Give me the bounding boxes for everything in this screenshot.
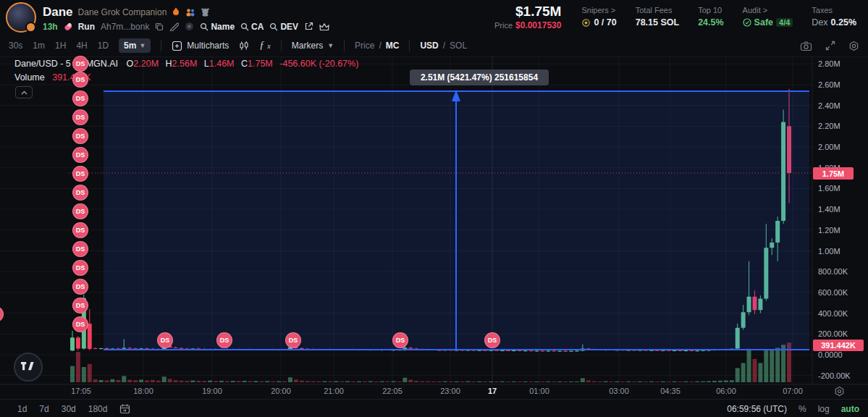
signal-badge[interactable]: DS xyxy=(72,241,88,257)
token-avatar[interactable] xyxy=(6,2,36,33)
search-dev-label: DEV xyxy=(280,22,298,32)
signal-badge[interactable]: DS xyxy=(72,222,88,238)
signal-badge[interactable]: DS xyxy=(72,298,88,313)
search-dev-button[interactable]: DEV xyxy=(269,22,298,32)
open-external-icon[interactable] xyxy=(304,22,313,31)
volume-bar xyxy=(282,382,287,382)
range-7d[interactable]: 7d xyxy=(39,404,49,414)
percent-scale-toggle[interactable]: % xyxy=(799,404,806,414)
chart-settings-gear-icon[interactable] xyxy=(848,41,859,51)
signal-badge[interactable]: DS xyxy=(72,260,88,276)
range-1d[interactable]: 1d xyxy=(17,404,27,414)
time-axis-settings-icon[interactable] xyxy=(834,386,845,397)
volume-bar xyxy=(460,382,465,382)
time-tick-label: 17:05 xyxy=(71,387,91,395)
candle-body xyxy=(529,350,534,351)
collapse-legend-button[interactable] xyxy=(15,86,33,98)
signal-badge[interactable]: DS xyxy=(484,332,500,348)
token-name: Dane xyxy=(43,5,73,20)
price-tick-label: 0.0000 xyxy=(818,350,843,359)
volume-bar xyxy=(116,380,120,382)
stat-audit[interactable]: Audit > Safe4/4 xyxy=(743,4,793,28)
volume-bar xyxy=(219,381,224,382)
range-180d[interactable]: 180d xyxy=(88,404,108,414)
pen-icon[interactable] xyxy=(169,22,179,31)
candle-style-button[interactable] xyxy=(239,41,249,51)
interval-4h[interactable]: 4H xyxy=(76,41,87,51)
volume-bar xyxy=(294,379,298,382)
search-ca-button[interactable]: CA xyxy=(240,22,264,32)
chart-canvas[interactable]: 2.80M2.60M2.40M2.20M2.00M1.80M1.60M1.40M… xyxy=(0,56,868,399)
signal-badge[interactable]: DS xyxy=(72,72,88,88)
interval-30s[interactable]: 30s xyxy=(9,41,22,51)
markers-button[interactable]: Markers▼ xyxy=(292,41,334,51)
bottom-bar: 1d 7d 30d 180d 06:59:56 (UTC) % log auto xyxy=(0,399,868,417)
signal-badge[interactable]: DS xyxy=(72,109,88,125)
search-name-button[interactable]: Name xyxy=(200,22,235,32)
volume-bar xyxy=(179,381,183,382)
volume-bar xyxy=(626,382,631,382)
multicharts-button[interactable]: Multicharts xyxy=(172,41,229,51)
volume-bar xyxy=(661,382,665,382)
community-icon[interactable] xyxy=(185,8,195,17)
calendar-icon[interactable] xyxy=(119,403,130,414)
signal-badge[interactable]: DS xyxy=(72,56,88,72)
signal-badge[interactable]: DS xyxy=(285,332,301,348)
volume-bar xyxy=(386,382,390,382)
candle-body xyxy=(575,350,579,351)
price-tick-label: 2.20M xyxy=(818,122,840,130)
search-ca-label: CA xyxy=(251,22,264,32)
measure-tooltip[interactable]: 2.51M (5421.47%) 251615854 xyxy=(410,70,549,85)
volume-bar xyxy=(208,381,212,382)
market-cap-value: $1.75M xyxy=(494,4,561,19)
signal-badge[interactable]: DS xyxy=(72,90,88,106)
volume-bar xyxy=(414,381,418,382)
utc-clock[interactable]: 06:59:56 (UTC) xyxy=(727,404,787,414)
auto-scale-toggle[interactable]: auto xyxy=(841,404,859,414)
screenshot-camera-icon[interactable] xyxy=(800,41,812,51)
price-tick-label: 200.00K xyxy=(818,329,848,338)
contract-address[interactable]: Ah7m...bonk xyxy=(101,22,149,32)
signal-badge[interactable]: DS xyxy=(392,332,408,348)
signal-badge[interactable]: DS xyxy=(72,185,88,201)
volume-bar xyxy=(196,381,201,382)
signal-badge[interactable]: DS xyxy=(72,203,88,219)
volume-bar xyxy=(133,380,138,382)
stat-snipers[interactable]: Snipers > 0 / 70 xyxy=(581,4,616,28)
signal-badge[interactable]: DS xyxy=(72,147,88,163)
interval-1d[interactable]: 1D xyxy=(98,41,109,51)
dot-icon[interactable] xyxy=(185,22,194,31)
signal-badge[interactable]: DS xyxy=(157,332,173,348)
stat-top10: Top 10 24.5% xyxy=(698,4,723,28)
volume-bar xyxy=(678,382,683,382)
volume-bar xyxy=(374,382,379,382)
interval-1m[interactable]: 1m xyxy=(33,41,45,51)
candlestick-chart[interactable]: 2.80M2.60M2.40M2.20M2.00M1.80M1.60M1.40M… xyxy=(0,56,868,399)
interval-1h[interactable]: 1H xyxy=(55,41,66,51)
volume-bar xyxy=(483,382,487,382)
chart-legend[interactable]: Dane/USD - 5 - GMGN.AI O2.20M H2.56M L1.… xyxy=(14,59,358,83)
signal-badge[interactable]: DS xyxy=(72,128,88,144)
volume-bar xyxy=(764,350,768,382)
dev-icon[interactable] xyxy=(201,8,210,17)
fullscreen-expand-icon[interactable] xyxy=(825,41,835,51)
signal-badge[interactable]: DS xyxy=(72,279,88,295)
tradingview-logo[interactable] xyxy=(14,353,43,382)
volume-bar xyxy=(667,382,671,382)
range-30d[interactable]: 30d xyxy=(62,404,76,414)
price-mc-toggle[interactable]: Price/MC xyxy=(355,41,399,51)
volume-bar xyxy=(701,382,705,382)
legend-high: 2.56M xyxy=(172,59,198,69)
candle-body xyxy=(70,337,75,350)
indicators-button[interactable]: ƒx xyxy=(259,40,270,51)
signal-badge[interactable]: DS xyxy=(72,316,88,332)
usd-sol-toggle[interactable]: USD/SOL xyxy=(420,41,467,51)
price-tick-label: 2.80M xyxy=(818,59,840,68)
copy-icon[interactable] xyxy=(155,22,164,31)
audit-check-icon xyxy=(743,18,751,27)
favorite-crown-icon[interactable] xyxy=(319,22,329,31)
signal-badge[interactable]: DS xyxy=(72,166,88,182)
signal-badge[interactable]: DS xyxy=(216,332,232,348)
log-scale-toggle[interactable]: log xyxy=(818,404,830,414)
interval-active-5m[interactable]: 5m▼ xyxy=(119,38,151,53)
